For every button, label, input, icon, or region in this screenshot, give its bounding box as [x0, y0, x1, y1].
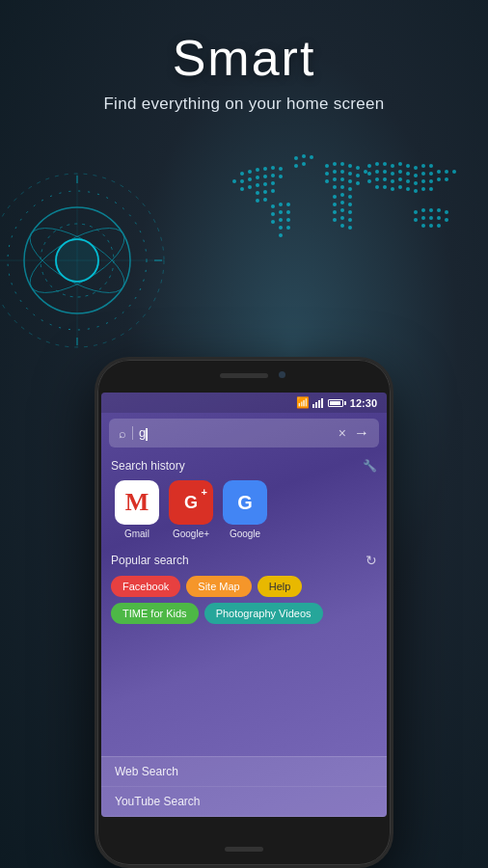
web-search-section: Web Search YouTube Search	[101, 756, 387, 817]
svg-point-68	[421, 164, 425, 168]
tag-help[interactable]: Help	[258, 576, 303, 597]
status-icons: 📶 12:30	[296, 396, 377, 409]
time-display: 12:30	[350, 397, 377, 409]
tags-row-1: Facebook Site Map Help	[111, 576, 377, 597]
svg-point-96	[398, 185, 402, 189]
svg-point-61	[367, 164, 371, 168]
phone-mockup: 📶 12:30	[95, 357, 393, 868]
svg-point-66	[406, 164, 410, 168]
app-item-google[interactable]: G Google	[223, 480, 267, 539]
svg-point-45	[340, 185, 344, 189]
svg-point-103	[429, 208, 433, 212]
refresh-button[interactable]: ↻	[366, 553, 377, 568]
svg-point-76	[414, 174, 418, 177]
svg-point-44	[333, 185, 337, 189]
search-go-button[interactable]: →	[354, 424, 369, 442]
svg-point-30	[340, 162, 344, 166]
svg-point-74	[398, 170, 402, 174]
svg-point-99	[421, 187, 425, 191]
phone-speaker	[220, 373, 268, 378]
svg-point-58	[348, 218, 352, 222]
svg-point-35	[340, 170, 344, 174]
gmail-label: Gmail	[124, 529, 149, 539]
svg-point-3	[263, 167, 267, 171]
app-item-gplus[interactable]: G + Google+	[169, 480, 213, 539]
svg-point-50	[333, 203, 337, 206]
svg-point-87	[406, 179, 410, 183]
svg-point-104	[437, 208, 441, 212]
tag-sitemap[interactable]: Site Map	[186, 576, 251, 597]
svg-point-10	[271, 174, 275, 177]
top-section: Smart Find everything on your home scree…	[0, 29, 488, 114]
svg-point-39	[325, 179, 329, 183]
svg-point-70	[367, 172, 371, 176]
svg-point-25	[310, 155, 313, 159]
svg-point-98	[414, 189, 418, 193]
svg-point-118	[279, 210, 283, 214]
svg-point-106	[414, 218, 418, 222]
battery-icon	[328, 399, 343, 407]
svg-point-0	[240, 172, 244, 176]
search-input[interactable]: g	[139, 425, 333, 440]
hud-graphic	[0, 164, 174, 361]
tag-photography[interactable]: Photography Videos	[204, 603, 323, 624]
svg-point-28	[325, 164, 329, 168]
svg-point-24	[302, 154, 306, 158]
phone-screen: 📶 12:30	[101, 393, 387, 817]
svg-point-57	[340, 216, 344, 220]
svg-point-117	[271, 212, 275, 216]
svg-point-94	[383, 185, 387, 189]
svg-point-88	[414, 181, 418, 185]
wifi-icon: 📶	[296, 396, 310, 409]
gmail-icon: M	[115, 480, 159, 525]
web-search-item[interactable]: Web Search	[101, 757, 387, 787]
svg-point-47	[333, 195, 337, 199]
svg-point-113	[437, 224, 441, 228]
svg-point-56	[333, 218, 337, 222]
app-item-gmail[interactable]: M Gmail	[115, 480, 159, 539]
svg-point-108	[429, 216, 433, 220]
svg-point-135	[56, 239, 98, 282]
svg-point-120	[271, 220, 275, 224]
svg-point-114	[271, 204, 275, 208]
svg-point-93	[375, 185, 379, 189]
search-icon: ⌕	[119, 426, 126, 441]
svg-point-116	[286, 203, 290, 206]
svg-point-109	[437, 216, 441, 220]
world-map	[213, 145, 483, 303]
svg-point-65	[398, 162, 402, 166]
svg-point-38	[364, 170, 367, 174]
svg-point-14	[248, 185, 252, 189]
svg-point-32	[356, 166, 360, 170]
svg-point-107	[421, 216, 425, 220]
svg-point-53	[333, 210, 337, 214]
svg-point-33	[325, 172, 329, 176]
svg-point-16	[263, 182, 267, 186]
svg-point-12	[232, 179, 236, 183]
search-clear-button[interactable]: ×	[339, 425, 346, 441]
popular-search-label: Popular search	[111, 554, 189, 567]
svg-point-83	[375, 177, 379, 181]
svg-point-119	[286, 210, 290, 214]
svg-point-62	[375, 162, 379, 166]
svg-point-15	[256, 183, 259, 187]
svg-point-80	[445, 170, 448, 174]
svg-point-92	[445, 177, 448, 181]
phone-home-button[interactable]	[225, 847, 263, 852]
svg-point-72	[383, 170, 387, 174]
svg-point-36	[348, 172, 352, 176]
phone-body: 📶 12:30	[95, 357, 393, 868]
svg-point-110	[445, 218, 448, 222]
youtube-search-item[interactable]: YouTube Search	[101, 787, 387, 817]
svg-point-67	[414, 166, 418, 170]
tag-facebook[interactable]: Facebook	[111, 576, 180, 597]
svg-point-102	[421, 208, 425, 212]
svg-point-64	[391, 164, 394, 168]
svg-point-18	[256, 191, 259, 195]
clear-history-button[interactable]: 🔧	[363, 459, 377, 473]
status-bar: 📶 12:30	[101, 393, 387, 413]
search-bar[interactable]: ⌕ g × →	[109, 419, 379, 448]
tag-timeforkids[interactable]: TIME for Kids	[111, 603, 199, 624]
svg-point-125	[279, 233, 283, 237]
svg-point-111	[421, 224, 425, 228]
